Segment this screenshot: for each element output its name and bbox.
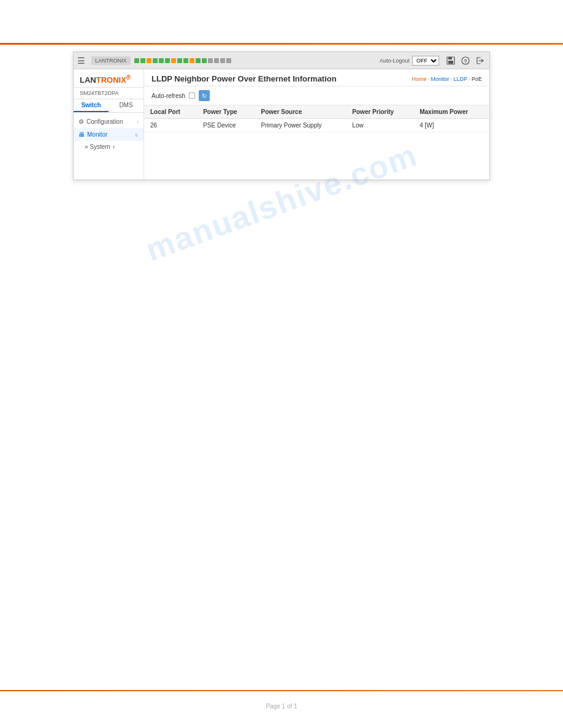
port-dot — [147, 58, 151, 63]
col-maximum-power: Maximum Power — [413, 105, 489, 119]
refresh-button[interactable]: ↻ — [199, 90, 210, 101]
logout-icon-btn[interactable] — [475, 55, 486, 66]
table-header-row: Local Port Power Type Power Source Power… — [144, 105, 489, 119]
breadcrumb-lldp[interactable]: LLDP — [453, 76, 467, 82]
port-dot — [220, 58, 225, 63]
sidebar: LANTRONIX® SM24TBT2DPA Switch DMS — [74, 69, 144, 180]
nav-item-monitor[interactable]: 🖶 Monitor ∨ — [74, 128, 144, 141]
top-divider — [0, 43, 563, 45]
port-dot — [165, 58, 170, 63]
chevron-down-icon: ∨ — [134, 132, 139, 138]
nav-monitor-label: Monitor — [87, 131, 107, 138]
main-panel: LLDP Neighbor Power Over Ethernet Inform… — [144, 69, 489, 180]
breadcrumb-sep1: › — [427, 76, 429, 82]
monitor-icon: 🖶 — [79, 131, 85, 138]
cell-power-priority: Low — [346, 119, 413, 132]
port-dot — [190, 58, 194, 63]
brand-tronix: TRONIX — [96, 75, 126, 85]
breadcrumb: Home › Monitor › LLDP › PoE — [412, 76, 482, 82]
port-dot — [226, 58, 231, 63]
port-dot — [196, 58, 201, 63]
port-dot — [134, 58, 139, 63]
page-number: Page 1 of 1 — [266, 703, 297, 710]
port-indicators — [134, 58, 376, 63]
sidebar-brand: LANTRONIX® — [74, 69, 144, 88]
port-dot — [202, 58, 207, 63]
tab-dms[interactable]: DMS — [109, 99, 144, 112]
port-dot — [140, 58, 145, 63]
cell-maximum-power: 4 [W] — [413, 119, 489, 132]
chevron-right-icon-system: › — [113, 143, 115, 150]
auto-refresh-checkbox[interactable] — [189, 93, 195, 99]
browser-container: ☰ LANTRONIX — [73, 51, 490, 180]
sidebar-nav: ⚙ Configuration › 🖶 Monitor ∨ » System › — [74, 113, 144, 155]
device-name: SM24TBT2DPA — [74, 88, 144, 99]
gear-icon: ⚙ — [79, 118, 84, 125]
data-table: Local Port Power Type Power Source Power… — [144, 105, 489, 132]
port-dot — [153, 58, 158, 63]
auto-logout-select[interactable]: OFF 5m 10m — [412, 56, 439, 66]
svg-rect-2 — [448, 61, 453, 64]
svg-rect-1 — [448, 57, 452, 59]
tab-switch[interactable]: Switch — [74, 99, 109, 112]
nav-system-label: » System — [85, 143, 110, 150]
breadcrumb-sep2: › — [450, 76, 452, 82]
topbar-device-label: LANTRONIX — [91, 56, 131, 65]
table-header: Local Port Power Type Power Source Power… — [144, 105, 489, 119]
breadcrumb-sep3: › — [469, 76, 470, 82]
app-layout: LANTRONIX® SM24TBT2DPA Switch DMS — [74, 69, 489, 180]
cell-local-port: 26 — [144, 119, 197, 132]
brand-lan: LAN — [80, 75, 96, 85]
auto-refresh-label: Auto-refresh — [151, 93, 185, 99]
chevron-right-icon: › — [137, 119, 139, 125]
port-dot — [183, 58, 188, 63]
tab-row: Switch DMS — [74, 99, 144, 113]
port-dot — [177, 58, 182, 63]
col-power-type: Power Type — [197, 105, 255, 119]
cell-power-type: PSE Device — [197, 119, 255, 132]
brand-plus: ® — [126, 74, 131, 81]
nav-item-configuration[interactable]: ⚙ Configuration › — [74, 115, 144, 128]
port-dot — [159, 58, 164, 63]
table-row: 26 PSE Device Primary Power Supply Low 4… — [144, 119, 489, 132]
breadcrumb-monitor[interactable]: Monitor — [431, 76, 449, 82]
hamburger-icon[interactable]: ☰ — [77, 56, 85, 66]
breadcrumb-current: PoE — [472, 76, 482, 82]
browser-topbar: ☰ LANTRONIX — [74, 52, 489, 69]
help-icon-btn[interactable]: ? — [460, 55, 471, 66]
table-body: 26 PSE Device Primary Power Supply Low 4… — [144, 119, 489, 132]
port-dot — [214, 58, 219, 63]
topbar-icons: ? — [445, 55, 486, 66]
bottom-divider — [0, 690, 563, 691]
page-bottom: Page 1 of 1 — [266, 703, 297, 710]
breadcrumb-home[interactable]: Home — [412, 76, 426, 82]
save-icon-btn[interactable] — [445, 55, 456, 66]
col-local-port: Local Port — [144, 105, 197, 119]
nav-sub-item-system[interactable]: » System › — [74, 141, 144, 153]
col-power-priority: Power Priority — [346, 105, 413, 119]
auto-logout-label: Auto-Logout — [380, 58, 410, 64]
auto-refresh-row: Auto-refresh ↻ — [144, 86, 489, 105]
page-title: LLDP Neighbor Power Over Ethernet Inform… — [151, 74, 337, 83]
page-header: LLDP Neighbor Power Over Ethernet Inform… — [144, 69, 489, 86]
brand-logo-text: LANTRONIX® — [80, 74, 131, 85]
svg-text:?: ? — [464, 58, 467, 64]
col-power-source: Power Source — [255, 105, 347, 119]
port-dot — [208, 58, 213, 63]
port-dot — [171, 58, 176, 63]
nav-configuration-label: Configuration — [86, 118, 123, 125]
cell-power-source: Primary Power Supply — [255, 119, 347, 132]
auto-logout-area: Auto-Logout OFF 5m 10m — [380, 56, 439, 66]
